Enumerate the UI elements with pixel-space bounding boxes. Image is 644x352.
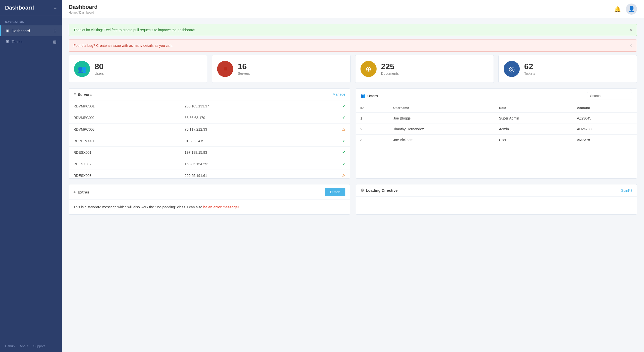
server-status: ✔ [303, 158, 350, 170]
users-table: ID Username Role Account 1 Joe Bloggs Su… [356, 103, 637, 145]
check-icon: ✔ [342, 139, 345, 143]
sidebar-item-dashboard[interactable]: ⊞ Dashboard ⊕ [0, 25, 62, 36]
users-panel-body: ID Username Role Account 1 Joe Bloggs Su… [356, 103, 637, 145]
server-status: ✔ [303, 147, 350, 158]
bottom-panels-row: + Extras Button This is a standard messa… [69, 184, 637, 215]
extras-error-text: be an error message! [203, 205, 239, 209]
server-status: ✔ [303, 135, 350, 147]
servers-stat-label: Servers [238, 71, 250, 75]
alert-danger: Found a bug? Create an issue with as man… [69, 40, 637, 52]
server-ip: 209.25.191.61 [180, 170, 304, 179]
server-name: RDESX001 [69, 147, 180, 158]
users-stat-label: Users [95, 71, 104, 75]
users-title-text: Users [368, 94, 378, 98]
page-title: Dashboard [69, 4, 98, 10]
tables-icon: ⊞ [6, 39, 9, 44]
server-name: RDVMPC003 [69, 124, 180, 135]
extras-panel-title: + Extras [73, 190, 89, 194]
extras-title-text: Extras [78, 190, 89, 194]
user-username: Joe Bickham [389, 135, 494, 145]
extras-panel-body: This is a standard message which will al… [69, 200, 350, 214]
extras-plus-icon: + [73, 190, 76, 194]
server-status: ⚠ [303, 170, 350, 179]
user-id: 3 [356, 135, 389, 145]
server-ip: 91.88.224.5 [180, 135, 304, 147]
alert-danger-close[interactable]: × [629, 43, 632, 48]
servers-panel-header: ≡ Servers Manage [69, 89, 350, 100]
sidebar-item-label-tables: Tables [12, 40, 22, 44]
tables-badge-icon: ▦ [53, 40, 57, 44]
footer-link-support[interactable]: Support [33, 344, 45, 348]
sidebar-item-tables[interactable]: ⊞ Tables ▦ [0, 36, 62, 47]
dashboard-badge-icon: ⊕ [53, 29, 57, 33]
breadcrumb: Home / Dashboard [69, 11, 98, 14]
footer-link-about[interactable]: About [20, 344, 28, 348]
loading-panel: ⚙ Loading Directive SpinKit [356, 184, 637, 215]
extras-button[interactable]: Button [325, 188, 345, 196]
user-id: 2 [356, 124, 389, 135]
footer-link-github[interactable]: Github [5, 344, 15, 348]
topbar-left: Dashboard Home / Dashboard [69, 4, 98, 14]
loading-panel-header: ⚙ Loading Directive SpinKit [356, 184, 637, 197]
servers-title-icon: ≡ [73, 92, 76, 97]
sidebar-footer: Github About Support [0, 340, 62, 352]
sidebar-toggle-icon[interactable]: ≡ [54, 5, 57, 11]
server-name: RDESX003 [69, 170, 180, 179]
users-search-input[interactable] [587, 92, 632, 99]
users-panel: 👥 Users ID Username Role Account [356, 88, 637, 179]
sidebar-title: Dashboard [5, 5, 34, 11]
server-row: RDESX002 168.85.154.251 ✔ [69, 158, 350, 170]
loading-title-text: Loading Directive [366, 188, 398, 192]
dashboard-icon: ⊞ [6, 28, 9, 33]
alert-success: Thanks for visiting! Feel free to create… [69, 24, 637, 36]
servers-panel: ≡ Servers Manage RDVMPC001 238.103.133.3… [69, 88, 350, 179]
user-role: Admin [494, 124, 572, 135]
server-ip: 238.103.133.37 [180, 100, 304, 112]
server-row: RDVMPC001 238.103.133.37 ✔ [69, 100, 350, 112]
servers-panel-body: RDVMPC001 238.103.133.37 ✔ RDVMPC002 68.… [69, 100, 350, 178]
avatar[interactable]: 👤 [626, 4, 637, 15]
server-name: RDVMPC001 [69, 100, 180, 112]
stat-card-documents: ⊕ 225 Documents [355, 55, 494, 83]
topbar: Dashboard Home / Dashboard 🔔 👤 [62, 0, 644, 18]
server-ip: 76.117.212.33 [180, 124, 304, 135]
user-username: Timothy Hernandez [389, 124, 494, 135]
stat-card-servers: ≡ 16 Servers [212, 55, 350, 83]
documents-stat-icon: ⊕ [360, 61, 377, 77]
servers-title-text: Servers [78, 92, 92, 97]
warn-icon: ⚠ [342, 127, 345, 131]
bell-icon[interactable]: 🔔 [614, 6, 621, 12]
servers-panel-title: ≡ Servers [73, 92, 92, 97]
server-status: ✔ [303, 100, 350, 112]
main-panels-row: ≡ Servers Manage RDVMPC001 238.103.133.3… [69, 88, 637, 179]
extras-message-text: This is a standard message which will al… [73, 205, 203, 209]
user-username: Joe Bloggs [389, 113, 494, 124]
server-name: RDESX002 [69, 158, 180, 170]
nav-section-label: NAVIGATION [0, 16, 62, 25]
loading-panel-title: ⚙ Loading Directive [360, 188, 398, 193]
documents-stat-number: 225 [381, 62, 399, 70]
server-ip: 68.66.63.170 [180, 112, 304, 124]
alert-success-close[interactable]: × [629, 28, 632, 32]
gear-icon: ⚙ [360, 188, 364, 193]
server-status: ⚠ [303, 124, 350, 135]
check-icon: ✔ [342, 162, 345, 166]
server-name: RDPHPC001 [69, 135, 180, 147]
users-stat-number: 80 [95, 62, 104, 70]
server-row: RDESX003 209.25.191.61 ⚠ [69, 170, 350, 179]
tickets-stat-label: Tickets [524, 71, 535, 75]
check-icon: ✔ [342, 115, 345, 120]
stat-card-tickets: ◎ 62 Tickets [498, 55, 637, 83]
stat-card-users: 👥 80 Users [69, 55, 207, 83]
users-title-icon: 👥 [360, 93, 366, 98]
tickets-stat-number: 62 [524, 62, 535, 70]
server-row: RDVMPC002 68.66.63.170 ✔ [69, 112, 350, 124]
server-status: ✔ [303, 112, 350, 124]
extras-panel: + Extras Button This is a standard messa… [69, 184, 350, 215]
check-icon: ✔ [342, 150, 345, 154]
alert-success-message: Thanks for visiting! Feel free to create… [73, 28, 195, 32]
user-role: User [494, 135, 572, 145]
check-icon: ✔ [342, 104, 345, 108]
spinkit-link[interactable]: SpinKit [621, 188, 632, 192]
servers-manage-link[interactable]: Manage [333, 92, 345, 96]
